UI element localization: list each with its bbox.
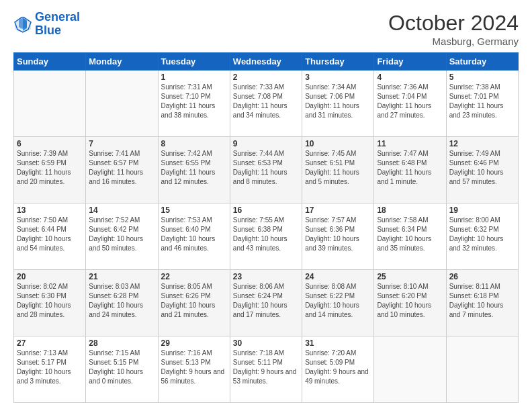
calendar-cell-3-4: 16Sunrise: 7:55 AM Sunset: 6:38 PM Dayli… — [230, 203, 302, 270]
day-info: Sunrise: 7:18 AM Sunset: 5:11 PM Dayligh… — [233, 349, 299, 386]
calendar-cell-4-4: 23Sunrise: 8:06 AM Sunset: 6:24 PM Dayli… — [230, 270, 302, 336]
day-number: 20 — [17, 272, 83, 281]
day-info: Sunrise: 7:39 AM Sunset: 6:59 PM Dayligh… — [17, 149, 83, 187]
calendar-cell-1-6: 4Sunrise: 7:36 AM Sunset: 7:04 PM Daylig… — [374, 71, 446, 137]
day-number: 10 — [305, 139, 371, 148]
calendar-cell-1-2 — [86, 71, 158, 137]
day-info: Sunrise: 7:55 AM Sunset: 6:38 PM Dayligh… — [233, 216, 299, 253]
day-number: 9 — [233, 139, 299, 148]
calendar-cell-5-4: 30Sunrise: 7:18 AM Sunset: 5:11 PM Dayli… — [230, 336, 302, 403]
day-info: Sunrise: 7:34 AM Sunset: 7:06 PM Dayligh… — [305, 83, 371, 120]
week-row-4: 20Sunrise: 8:02 AM Sunset: 6:30 PM Dayli… — [14, 270, 519, 336]
day-number: 18 — [377, 205, 443, 215]
day-number: 19 — [449, 205, 515, 215]
day-number: 25 — [377, 272, 443, 281]
day-number: 14 — [89, 205, 154, 215]
day-info: Sunrise: 7:53 AM Sunset: 6:40 PM Dayligh… — [161, 216, 227, 253]
day-number: 12 — [449, 139, 515, 148]
weekday-header-wednesday: Wednesday — [230, 53, 302, 71]
day-number: 28 — [89, 338, 154, 348]
calendar-cell-5-7 — [446, 336, 518, 403]
page: General Blue October 2024 Masburg, Germa… — [0, 0, 532, 411]
day-info: Sunrise: 8:06 AM Sunset: 6:24 PM Dayligh… — [233, 282, 299, 320]
logo: General Blue — [13, 11, 80, 38]
day-info: Sunrise: 7:36 AM Sunset: 7:04 PM Dayligh… — [377, 83, 443, 120]
day-number: 30 — [233, 338, 299, 348]
day-number: 21 — [89, 272, 154, 281]
day-info: Sunrise: 7:58 AM Sunset: 6:34 PM Dayligh… — [377, 216, 443, 253]
day-info: Sunrise: 7:44 AM Sunset: 6:53 PM Dayligh… — [233, 149, 299, 187]
day-info: Sunrise: 7:16 AM Sunset: 5:13 PM Dayligh… — [161, 349, 227, 386]
day-number: 7 — [89, 139, 154, 148]
logo-line2: Blue — [35, 24, 61, 37]
calendar-cell-3-2: 14Sunrise: 7:52 AM Sunset: 6:42 PM Dayli… — [86, 203, 158, 270]
calendar-cell-4-7: 26Sunrise: 8:11 AM Sunset: 6:18 PM Dayli… — [446, 270, 518, 336]
day-info: Sunrise: 7:31 AM Sunset: 7:10 PM Dayligh… — [161, 83, 227, 120]
day-number: 4 — [377, 73, 443, 82]
calendar-cell-1-1 — [14, 71, 86, 137]
day-number: 3 — [305, 73, 371, 82]
day-info: Sunrise: 7:50 AM Sunset: 6:44 PM Dayligh… — [17, 216, 83, 253]
day-number: 15 — [161, 205, 227, 215]
calendar-cell-3-3: 15Sunrise: 7:53 AM Sunset: 6:40 PM Dayli… — [158, 203, 230, 270]
week-row-2: 6Sunrise: 7:39 AM Sunset: 6:59 PM Daylig… — [14, 137, 519, 203]
day-info: Sunrise: 8:05 AM Sunset: 6:26 PM Dayligh… — [161, 282, 227, 320]
day-number: 17 — [305, 205, 371, 215]
calendar-cell-3-7: 19Sunrise: 8:00 AM Sunset: 6:32 PM Dayli… — [446, 203, 518, 270]
day-info: Sunrise: 8:03 AM Sunset: 6:28 PM Dayligh… — [89, 282, 154, 320]
calendar-cell-1-5: 3Sunrise: 7:34 AM Sunset: 7:06 PM Daylig… — [302, 71, 374, 137]
calendar-cell-5-3: 29Sunrise: 7:16 AM Sunset: 5:13 PM Dayli… — [158, 336, 230, 403]
week-row-3: 13Sunrise: 7:50 AM Sunset: 6:44 PM Dayli… — [14, 203, 519, 270]
title-block: October 2024 Masburg, Germany — [388, 11, 519, 47]
weekday-header-thursday: Thursday — [302, 53, 374, 71]
weekday-header-tuesday: Tuesday — [158, 53, 230, 71]
logo-text: General Blue — [35, 11, 80, 38]
day-number: 2 — [233, 73, 299, 82]
month-title: October 2024 — [388, 11, 519, 36]
calendar-cell-4-5: 24Sunrise: 8:08 AM Sunset: 6:22 PM Dayli… — [302, 270, 374, 336]
day-number: 26 — [449, 272, 515, 281]
calendar-cell-3-5: 17Sunrise: 7:57 AM Sunset: 6:36 PM Dayli… — [302, 203, 374, 270]
calendar-cell-3-1: 13Sunrise: 7:50 AM Sunset: 6:44 PM Dayli… — [14, 203, 86, 270]
day-number: 24 — [305, 272, 371, 281]
day-info: Sunrise: 7:38 AM Sunset: 7:01 PM Dayligh… — [449, 83, 515, 120]
day-info: Sunrise: 7:41 AM Sunset: 6:57 PM Dayligh… — [89, 149, 154, 187]
logo-icon — [13, 15, 32, 34]
day-info: Sunrise: 7:13 AM Sunset: 5:17 PM Dayligh… — [17, 349, 83, 386]
weekday-header-sunday: Sunday — [14, 53, 86, 71]
day-info: Sunrise: 7:20 AM Sunset: 5:09 PM Dayligh… — [305, 349, 371, 386]
calendar-cell-5-1: 27Sunrise: 7:13 AM Sunset: 5:17 PM Dayli… — [14, 336, 86, 403]
day-number: 6 — [17, 139, 83, 148]
calendar-cell-2-2: 7Sunrise: 7:41 AM Sunset: 6:57 PM Daylig… — [86, 137, 158, 203]
day-info: Sunrise: 8:10 AM Sunset: 6:20 PM Dayligh… — [377, 282, 443, 320]
day-info: Sunrise: 8:11 AM Sunset: 6:18 PM Dayligh… — [449, 282, 515, 320]
day-info: Sunrise: 7:15 AM Sunset: 5:15 PM Dayligh… — [89, 349, 154, 386]
day-info: Sunrise: 7:52 AM Sunset: 6:42 PM Dayligh… — [89, 216, 154, 253]
header: General Blue October 2024 Masburg, Germa… — [13, 11, 519, 47]
weekday-header-monday: Monday — [86, 53, 158, 71]
day-info: Sunrise: 7:33 AM Sunset: 7:08 PM Dayligh… — [233, 83, 299, 120]
day-number: 31 — [305, 338, 371, 348]
calendar-cell-2-4: 9Sunrise: 7:44 AM Sunset: 6:53 PM Daylig… — [230, 137, 302, 203]
day-number: 27 — [17, 338, 83, 348]
week-row-1: 1Sunrise: 7:31 AM Sunset: 7:10 PM Daylig… — [14, 71, 519, 137]
calendar-cell-2-7: 12Sunrise: 7:49 AM Sunset: 6:46 PM Dayli… — [446, 137, 518, 203]
day-number: 22 — [161, 272, 227, 281]
day-number: 29 — [161, 338, 227, 348]
day-number: 16 — [233, 205, 299, 215]
calendar-cell-1-3: 1Sunrise: 7:31 AM Sunset: 7:10 PM Daylig… — [158, 71, 230, 137]
weekday-header-saturday: Saturday — [446, 53, 518, 71]
weekday-header-friday: Friday — [374, 53, 446, 71]
calendar-cell-1-7: 5Sunrise: 7:38 AM Sunset: 7:01 PM Daylig… — [446, 71, 518, 137]
day-number: 8 — [161, 139, 227, 148]
day-info: Sunrise: 7:42 AM Sunset: 6:55 PM Dayligh… — [161, 149, 227, 187]
calendar-table: SundayMondayTuesdayWednesdayThursdayFrid… — [13, 52, 519, 403]
calendar-cell-4-6: 25Sunrise: 8:10 AM Sunset: 6:20 PM Dayli… — [374, 270, 446, 336]
calendar-cell-2-1: 6Sunrise: 7:39 AM Sunset: 6:59 PM Daylig… — [14, 137, 86, 203]
weekday-header-row: SundayMondayTuesdayWednesdayThursdayFrid… — [14, 53, 519, 71]
calendar-cell-5-2: 28Sunrise: 7:15 AM Sunset: 5:15 PM Dayli… — [86, 336, 158, 403]
day-info: Sunrise: 7:57 AM Sunset: 6:36 PM Dayligh… — [305, 216, 371, 253]
logo-line1: General — [35, 10, 80, 24]
calendar-cell-4-2: 21Sunrise: 8:03 AM Sunset: 6:28 PM Dayli… — [86, 270, 158, 336]
day-info: Sunrise: 7:47 AM Sunset: 6:48 PM Dayligh… — [377, 149, 443, 187]
